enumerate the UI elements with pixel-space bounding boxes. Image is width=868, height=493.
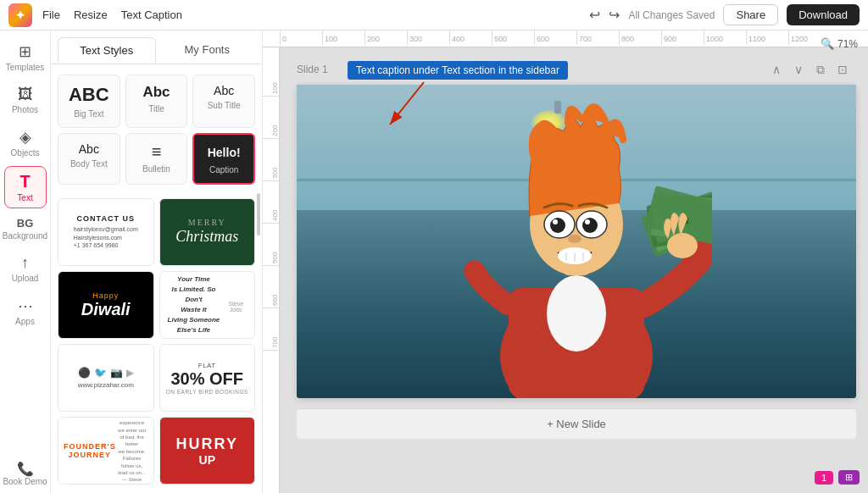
svg-point-11 <box>585 219 590 224</box>
menu-title[interactable]: Text Caption <box>121 8 182 21</box>
subtitle-label: Sub Title <box>198 101 249 110</box>
svg-point-10 <box>553 219 558 224</box>
template-hurry[interactable]: HURRY UP <box>159 417 256 485</box>
text-style-bulletin[interactable]: ≡ Bulletin <box>125 133 188 185</box>
slide-label-row: Slide 1 ∧ ∨ ⧉ ⊡ <box>297 61 851 78</box>
slide-content: $ $ <box>297 85 856 398</box>
menu-file[interactable]: File <box>42 8 60 21</box>
sidebar-item-templates[interactable]: ⊞ Templates <box>4 37 47 77</box>
template-pizza[interactable]: ⚫🐦📷▶ www.pizzahar.com <box>58 344 154 412</box>
ruler-marks: 0 100 200 300 400 500 600 700 800 900 10… <box>280 30 831 47</box>
sidebar-item-label: Upload <box>12 274 39 283</box>
zoom-indicator: 🔍 71% <box>821 37 858 50</box>
ruler-mark: 1000 <box>704 30 746 45</box>
tab-text-styles[interactable]: Text Styles <box>58 37 156 64</box>
menu-bar: File Resize Text Caption <box>42 8 182 21</box>
book-demo-icon: 📞 <box>17 461 34 477</box>
new-slide-button[interactable]: + New Slide <box>297 408 856 439</box>
redo-icon[interactable]: ↪ <box>609 7 620 23</box>
text-panel: Text Styles My Fonts ABC Big Text Abc Ti… <box>51 30 263 493</box>
slide-up-button[interactable]: ∧ <box>768 61 785 78</box>
slide-controls: ∧ ∨ ⧉ ⊡ <box>768 61 851 78</box>
ruler-mark: 600 <box>534 30 576 45</box>
template-30off[interactable]: FLAT 30% OFF ON EARLY BIRD BOOKINGS <box>159 344 256 412</box>
template-founders[interactable]: FOUNDER'S JOURNEY The more experience we… <box>58 417 154 485</box>
ruler-top: 0 100 200 300 400 500 600 700 800 900 10… <box>263 30 868 47</box>
template-limited[interactable]: Your TimeIs Limited. So Don'tWaste ItLiv… <box>159 271 256 339</box>
templates-icon: ⊞ <box>19 42 31 61</box>
slide-expand-button[interactable]: ⊡ <box>834 61 851 78</box>
upload-icon: ↑ <box>21 254 29 272</box>
ruler-mark: 700 <box>576 30 619 45</box>
caption-preview: Hello! <box>199 143 248 162</box>
zoom-level: 71% <box>837 38 858 50</box>
template-diwali[interactable]: Happy Diwali <box>58 271 154 339</box>
saved-status: All Changes Saved <box>628 9 715 21</box>
tab-my-fonts[interactable]: My Fonts <box>159 37 256 64</box>
ruler-left-marks: 100 200 300 400 500 600 700 <box>263 47 279 351</box>
ruler-mark: 400 <box>449 30 492 45</box>
sidebar-item-upload[interactable]: ↑ Upload <box>4 249 47 288</box>
panel-content: ABC Big Text Abc Title Abc Sub Title Abc… <box>51 64 262 493</box>
ruler-left-mark: 500 <box>263 224 279 266</box>
apps-icon: ⋯ <box>18 296 33 315</box>
ruler-left: 100 200 300 400 500 600 700 <box>263 47 280 493</box>
sidebar-item-label: Book Demo <box>3 477 47 486</box>
topbar: ✦ File Resize Text Caption ↩ ↪ All Chang… <box>0 0 868 30</box>
main-layout: ⊞ Templates 🖼 Photos ◈ Objects T Text BG… <box>0 30 868 493</box>
svg-point-9 <box>582 218 598 233</box>
slide-num-badge[interactable]: 1 <box>815 471 833 485</box>
share-button[interactable]: Share <box>723 4 778 25</box>
sidebar-item-label: Templates <box>6 63 45 72</box>
template-contact[interactable]: CONTACT US hairstylonsv@gmail.com Hairst… <box>58 198 154 266</box>
text-style-big-text[interactable]: ABC Big Text <box>58 75 120 128</box>
canvas-area: 🔍 71% 0 100 200 300 400 500 600 700 800 … <box>263 30 868 493</box>
undo-icon[interactable]: ↩ <box>589 7 600 23</box>
text-style-body[interactable]: Abc Body Text <box>58 133 120 185</box>
ruler-mark: 100 <box>322 30 364 45</box>
ruler-mark: 0 <box>280 30 322 45</box>
slide-nav-badges: 1 ⊞ <box>815 470 860 485</box>
ruler-mark: 800 <box>619 30 661 45</box>
slide-canvas[interactable]: $ $ <box>297 85 856 398</box>
text-style-title[interactable]: Abc Title <box>125 75 188 128</box>
bulletin-preview: ≡ <box>131 142 182 161</box>
text-styles-grid: ABC Big Text Abc Title Abc Sub Title Abc… <box>58 75 255 185</box>
text-icon: T <box>19 172 30 191</box>
ruler-left-mark: 300 <box>263 139 279 181</box>
text-style-caption[interactable]: Hello! Caption <box>192 133 255 185</box>
sidebar-item-objects[interactable]: ◈ Objects <box>4 123 47 163</box>
app-logo: ✦ <box>8 3 32 27</box>
ruler-mark: 1100 <box>746 30 788 45</box>
title-label: Title <box>131 104 182 114</box>
menu-resize[interactable]: Resize <box>74 8 108 21</box>
ruler-mark: 500 <box>492 30 534 45</box>
ruler-mark: 300 <box>407 30 449 45</box>
body-preview: Abc <box>64 142 114 156</box>
toolbar-icons: ↩ ↪ All Changes Saved Share Download <box>589 4 860 25</box>
big-text-preview: ABC <box>64 84 114 106</box>
slide-grid-badge[interactable]: ⊞ <box>838 470 860 485</box>
sidebar-item-apps[interactable]: ⋯ Apps <box>4 291 47 331</box>
template-christmas[interactable]: MERRY Christmas <box>159 198 256 266</box>
slide-copy-button[interactable]: ⧉ <box>812 61 829 78</box>
big-text-label: Big Text <box>64 109 114 119</box>
template-grid: CONTACT US hairstylonsv@gmail.com Hairst… <box>58 198 255 485</box>
text-style-subtitle[interactable]: Abc Sub Title <box>192 75 255 128</box>
ruler-left-mark: 200 <box>263 97 279 139</box>
ruler-left-mark: 600 <box>263 266 279 308</box>
panel-scrollbar[interactable] <box>257 193 260 235</box>
download-button[interactable]: Download <box>787 4 860 25</box>
ruler-left-mark: 100 <box>263 54 279 97</box>
svg-point-3 <box>547 275 606 352</box>
sidebar-item-label: Background <box>3 231 47 241</box>
sidebar-item-photos[interactable]: 🖼 Photos <box>4 80 47 119</box>
ruler-left-mark: 400 <box>263 181 279 224</box>
photos-icon: 🖼 <box>18 86 33 103</box>
sidebar-item-background[interactable]: BG Background <box>4 212 47 246</box>
ruler-left-mark: 700 <box>263 308 279 351</box>
body-label: Body Text <box>64 159 114 169</box>
caption-label: Caption <box>199 165 248 174</box>
sidebar-item-text[interactable]: T Text <box>4 166 47 208</box>
slide-down-button[interactable]: ∨ <box>790 61 807 78</box>
